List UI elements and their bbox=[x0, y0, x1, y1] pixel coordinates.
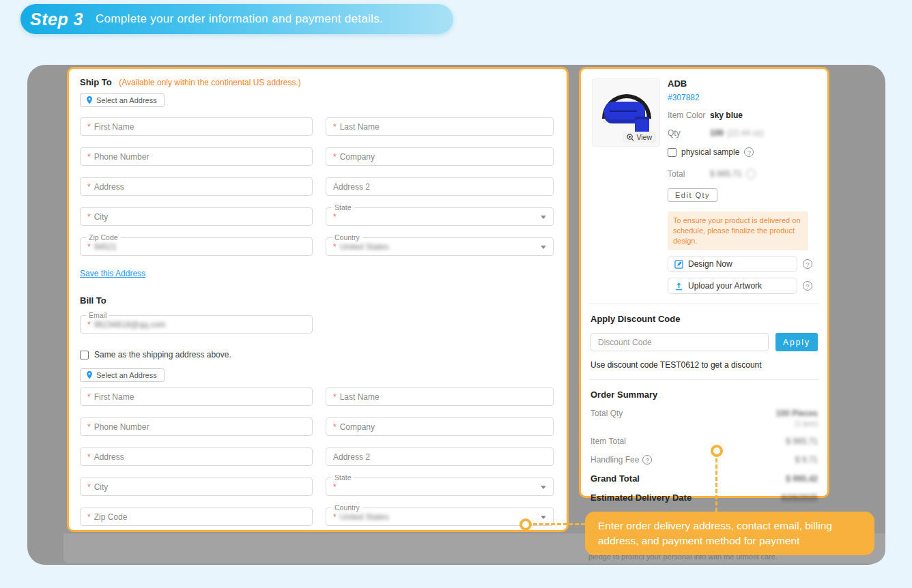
help-icon[interactable]: ? bbox=[642, 455, 652, 465]
ship-select-address-button[interactable]: Select an Address bbox=[80, 93, 165, 107]
item-total-value-redacted: $ 965.71 bbox=[786, 437, 818, 446]
order-panel: View ADB #307882 Item Color sky blue Qty… bbox=[579, 67, 829, 498]
discount-code-input[interactable] bbox=[590, 333, 769, 351]
bill-select-address-label: Select an Address bbox=[96, 371, 157, 379]
order-summary-heading: Order Summary bbox=[590, 389, 818, 400]
divider bbox=[589, 379, 819, 380]
design-now-button[interactable]: Design Now bbox=[668, 256, 797, 272]
discount-heading: Apply Discount Code bbox=[590, 314, 818, 324]
country-floating-label: Country bbox=[332, 503, 362, 512]
design-now-label: Design Now bbox=[688, 259, 732, 269]
bill-company-input[interactable]: *Company bbox=[326, 417, 554, 436]
help-icon bbox=[746, 169, 756, 179]
qty-extra-redacted: (22.44 oz) bbox=[727, 128, 764, 138]
upload-icon bbox=[674, 282, 683, 291]
chevron-down-icon bbox=[541, 516, 546, 519]
ship-last-name-input[interactable]: *Last Name bbox=[326, 117, 554, 136]
qty-label: Qty bbox=[668, 128, 710, 138]
physical-sample-label: physical sample bbox=[681, 147, 739, 157]
country-floating-label: Country bbox=[332, 233, 362, 241]
upload-artwork-label: Upload your Artwork bbox=[688, 281, 762, 291]
email-floating-label: Email bbox=[86, 311, 109, 319]
ship-state-select[interactable]: State * bbox=[326, 207, 554, 226]
product-section: View ADB #307882 Item Color sky blue Qty… bbox=[590, 77, 818, 294]
ship-phone-input[interactable]: *Phone Number bbox=[80, 147, 313, 166]
physical-sample-checkbox[interactable] bbox=[668, 148, 676, 157]
handling-fee-label: Handling Fee ? bbox=[590, 455, 652, 465]
location-pin-icon bbox=[86, 96, 93, 104]
tooltip-connector-line bbox=[533, 523, 585, 525]
chevron-down-icon bbox=[541, 216, 546, 219]
chevron-down-icon bbox=[541, 246, 546, 249]
apply-discount-button[interactable]: Apply bbox=[775, 333, 818, 351]
zoom-plus-icon bbox=[627, 134, 634, 141]
product-id-link[interactable]: #307882 bbox=[668, 93, 818, 102]
zip-floating-label: Zip Code bbox=[86, 233, 121, 241]
help-icon[interactable]: ? bbox=[803, 259, 812, 269]
email-value-redacted: 96234818@qq.com bbox=[94, 320, 166, 329]
delivery-date-value-redacted: 6/26/2025 bbox=[782, 493, 818, 503]
grand-total-label: Grand Total bbox=[590, 473, 640, 484]
ship-to-heading: Ship To (Available only within the conti… bbox=[80, 76, 556, 88]
design-notice: To ensure your product is delivered on s… bbox=[668, 211, 808, 250]
same-address-checkbox[interactable] bbox=[80, 351, 89, 359]
item-color-label: Item Color bbox=[668, 111, 710, 120]
country-value-redacted: United States bbox=[340, 512, 389, 522]
design-icon bbox=[674, 260, 683, 269]
help-icon[interactable]: ? bbox=[803, 281, 812, 291]
address-form-panel: Ship To (Available only within the conti… bbox=[67, 67, 569, 532]
divider bbox=[589, 304, 819, 304]
bill-state-select[interactable]: State * bbox=[326, 477, 554, 496]
tooltip-anchor-dot bbox=[519, 518, 532, 531]
ship-address2-input[interactable]: Address 2 bbox=[326, 177, 554, 196]
bill-last-name-input[interactable]: *Last Name bbox=[326, 387, 554, 406]
view-label: View bbox=[636, 133, 652, 141]
tooltip-connector-line bbox=[715, 458, 717, 512]
step-title: Complete your order information and paym… bbox=[96, 12, 383, 26]
country-value-redacted: United States bbox=[340, 242, 389, 252]
state-floating-label: State bbox=[332, 203, 354, 211]
total-value-redacted: $ 965.71 bbox=[710, 169, 756, 179]
total-qty-value-redacted: 100 Pieces bbox=[776, 409, 818, 418]
step-banner: Step 3 Complete your order information a… bbox=[20, 4, 453, 34]
step-number: Step 3 bbox=[30, 10, 83, 29]
ship-city-input[interactable]: *City bbox=[80, 207, 313, 226]
tooltip-anchor-dot bbox=[711, 445, 723, 457]
delivery-date-label: Estimated Delivery Date bbox=[590, 493, 692, 503]
chevron-down-icon bbox=[541, 486, 546, 489]
help-icon[interactable]: ? bbox=[744, 147, 754, 157]
save-address-link[interactable]: Save this Address bbox=[80, 269, 145, 278]
handling-fee-value-redacted: $ 9.71 bbox=[795, 455, 818, 465]
state-floating-label: State bbox=[332, 473, 354, 482]
bill-phone-input[interactable]: *Phone Number bbox=[80, 417, 313, 436]
location-pin-icon bbox=[86, 371, 93, 379]
bill-zip-input[interactable]: *Zip Code bbox=[80, 508, 313, 526]
product-image: View bbox=[592, 78, 660, 147]
product-name: ADB bbox=[668, 77, 818, 89]
ship-address-input[interactable]: *Address bbox=[80, 177, 313, 196]
bill-first-name-input[interactable]: *First Name bbox=[80, 387, 313, 406]
item-total-label: Item Total bbox=[590, 437, 626, 446]
ship-select-address-label: Select an Address bbox=[96, 96, 157, 104]
bill-email-input[interactable]: Email * 96234818@qq.com bbox=[80, 315, 313, 334]
ship-company-input[interactable]: *Company bbox=[326, 147, 554, 166]
discount-hint: Use discount code TEST0612 to get a disc… bbox=[590, 360, 818, 370]
bill-address-input[interactable]: *Address bbox=[80, 447, 313, 466]
ship-first-name-input[interactable]: *First Name bbox=[80, 117, 313, 136]
edit-qty-button[interactable]: Edit Qty bbox=[668, 188, 717, 202]
view-product-button[interactable]: View bbox=[623, 132, 656, 143]
total-qty-label: Total Qty bbox=[590, 409, 623, 418]
ship-country-select[interactable]: Country * United States bbox=[326, 237, 554, 256]
upload-artwork-button[interactable]: Upload your Artwork bbox=[668, 278, 797, 294]
total-label: Total bbox=[668, 169, 710, 179]
bill-city-input[interactable]: *City bbox=[80, 477, 313, 496]
instruction-tooltip: Enter order delivery address, contact em… bbox=[585, 512, 874, 555]
item-color-value: sky blue bbox=[710, 111, 743, 120]
same-address-label: Same as the shipping address above. bbox=[94, 350, 231, 359]
ship-to-note: (Available only within the continental U… bbox=[119, 78, 301, 87]
total-qty-sub-redacted: (1 item) bbox=[590, 420, 818, 428]
bill-address2-input[interactable]: Address 2 bbox=[326, 447, 554, 466]
bill-to-heading: Bill To bbox=[80, 295, 556, 306]
bill-select-address-button[interactable]: Select an Address bbox=[80, 368, 165, 382]
ship-zip-input[interactable]: Zip Code * 94521 bbox=[80, 237, 313, 256]
